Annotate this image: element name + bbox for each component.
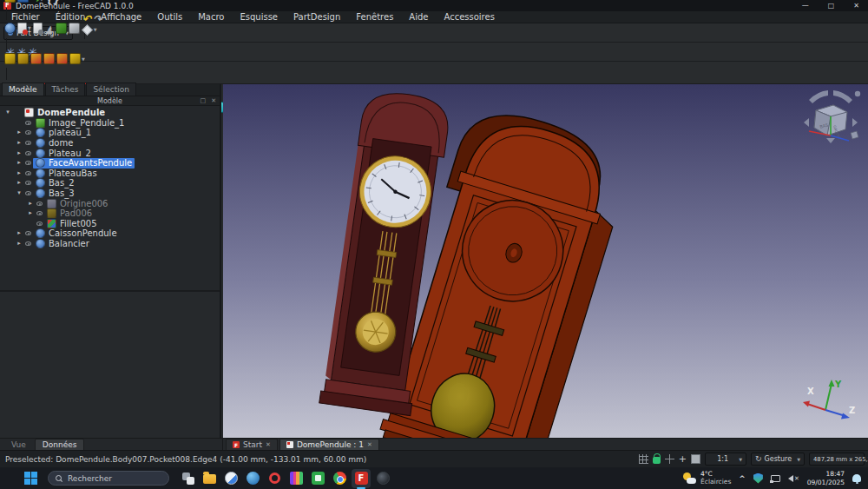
panel-tab-selection[interactable]: Sélection	[86, 83, 135, 96]
additive-primitive-icon[interactable]: ▼	[69, 50, 85, 67]
visibility-icon[interactable]	[23, 151, 33, 155]
visibility-icon[interactable]	[23, 231, 33, 235]
menu-item-partdesign[interactable]: PartDesign	[286, 11, 348, 23]
menu-item-aide[interactable]: Aide	[401, 11, 436, 23]
start-button[interactable]	[24, 472, 37, 485]
menu-item-fenetres[interactable]: Fenêtres	[348, 11, 401, 23]
speaker-muted-icon[interactable]: ✕	[788, 475, 799, 482]
grid-toggle-icon[interactable]	[639, 454, 648, 464]
create-sketch-icon[interactable]: ▼	[17, 20, 31, 36]
clone-icon[interactable]	[69, 20, 80, 36]
freecad-taskbar-icon[interactable]: F	[352, 469, 371, 488]
notification-bell-icon[interactable]	[852, 474, 861, 482]
tree-expander-icon[interactable]: ▸	[26, 210, 35, 216]
green-app-icon[interactable]	[308, 469, 327, 488]
tree-expander-icon[interactable]: ▸	[15, 180, 23, 186]
tree-expander-icon[interactable]: ▸	[15, 241, 23, 247]
navigation-style-selector[interactable]: ↻ Gesture ▼	[751, 453, 805, 466]
blue-sphere-app-icon[interactable]	[243, 469, 262, 488]
tree-item-plateaubas[interactable]: ▸PlateauBas	[0, 169, 220, 179]
visibility-icon[interactable]	[35, 211, 44, 215]
visibility-icon[interactable]	[35, 202, 44, 206]
close-icon[interactable]: ✕	[367, 441, 372, 448]
additive-loft-icon[interactable]	[30, 50, 42, 67]
3d-scene[interactable]	[223, 84, 868, 438]
tree-item-plateau-2[interactable]: ▸Plateau_2	[0, 148, 220, 158]
tree-item-bas-2[interactable]: ▸Bas_2	[0, 178, 220, 188]
search-input[interactable]: Rechercher	[48, 471, 169, 486]
visibility-icon[interactable]	[23, 161, 33, 165]
close-button[interactable]: ✕	[853, 0, 859, 11]
square-indicator-icon[interactable]	[691, 454, 700, 464]
visibility-icon[interactable]	[23, 130, 33, 135]
cast-screen-icon[interactable]	[771, 475, 780, 482]
visibility-icon[interactable]	[23, 141, 33, 145]
tree-item-dome[interactable]: ▸dome	[0, 138, 220, 149]
property-tab-donnees[interactable]: Données	[35, 439, 85, 451]
property-tab-vue[interactable]: Vue	[4, 439, 33, 450]
lock-icon[interactable]	[653, 457, 661, 464]
chrome-icon[interactable]	[330, 469, 349, 488]
tree-item-domependule[interactable]: ▾DomePendule	[0, 108, 220, 118]
expression-icon[interactable]: {}	[45, 0, 60, 8]
snipping-tool-icon[interactable]	[221, 469, 240, 488]
visibility-icon[interactable]	[23, 181, 33, 185]
datum-icon[interactable]: ▼	[82, 22, 97, 38]
tree-expander-icon[interactable]: ▾	[3, 109, 12, 116]
plus-icon[interactable]: +	[679, 454, 687, 464]
tree-item-faceavantspendule[interactable]: ▸FaceAvantsPendule	[0, 158, 220, 169]
visibility-icon[interactable]	[23, 191, 33, 195]
additive-pipe-icon[interactable]	[43, 50, 55, 67]
visibility-icon[interactable]	[23, 171, 33, 175]
security-shield-icon[interactable]	[753, 473, 763, 484]
tree-item-caissonpendule[interactable]: ▸CaissonPendule	[0, 228, 220, 239]
maximize-button[interactable]: □	[828, 0, 835, 11]
tree-expander-icon[interactable]: ▸	[15, 230, 23, 236]
3d-viewport[interactable]: BAS GAUCHE X Y Z	[223, 84, 868, 438]
tree-expander-icon[interactable]: ▾	[15, 190, 23, 196]
link-icon[interactable]: ↪▼	[30, 0, 43, 8]
tree-item-fillet005[interactable]: Fillet005	[0, 219, 220, 229]
visibility-icon[interactable]	[23, 121, 33, 125]
tree-item-plateau-1[interactable]: ▸plateau_1	[0, 128, 220, 138]
create-body-icon[interactable]	[4, 20, 16, 36]
group-icon[interactable]	[17, 0, 29, 6]
visibility-icon[interactable]	[23, 241, 33, 246]
minimize-button[interactable]: —	[802, 0, 809, 11]
mdi-tab-start[interactable]: FStart✕	[226, 439, 278, 450]
tree-expander-icon[interactable]: ▸	[15, 150, 23, 156]
pad-icon[interactable]	[4, 50, 16, 67]
tree-item-image-pendule-1[interactable]: Image_Pendule_1	[0, 118, 220, 129]
additive-helix-icon[interactable]	[56, 50, 68, 67]
map-sketch-icon[interactable]	[56, 20, 67, 36]
revolution-icon[interactable]	[17, 50, 29, 67]
edit-sketch-icon[interactable]	[33, 20, 43, 36]
visibility-icon[interactable]	[35, 221, 44, 226]
navigation-cube[interactable]: BAS GAUCHE	[799, 88, 863, 147]
tree-item-balancier[interactable]: ▸Balancier	[0, 239, 220, 249]
menu-item-accessoires[interactable]: Accessoires	[436, 11, 502, 23]
menu-item-esquisse[interactable]: Esquisse	[232, 11, 286, 23]
tray-overflow-chevron-icon[interactable]: ^	[739, 474, 746, 483]
tree-expander-icon[interactable]: ▸	[15, 129, 23, 135]
weather-widget[interactable]: 4°C Éclaircies	[683, 471, 731, 486]
tree-expander-icon[interactable]: ▸	[15, 170, 23, 176]
opera-icon[interactable]	[265, 469, 284, 488]
tree-expander-icon[interactable]: ▸	[15, 140, 23, 146]
validate-sketch-icon[interactable]: ♟	[44, 22, 54, 38]
mdi-tab-domependule-1[interactable]: DomePendule : 1✕	[279, 439, 379, 450]
dark-circle-app-icon[interactable]	[373, 469, 392, 488]
close-icon[interactable]: ✕	[266, 441, 271, 448]
tree-item-bas-3[interactable]: ▾Bas_3	[0, 188, 220, 199]
part-icon[interactable]	[4, 0, 16, 5]
colorful-bars-app-icon[interactable]	[286, 469, 306, 488]
panel-float-icon[interactable]: □	[201, 96, 207, 106]
panel-tab-taches[interactable]: Tâches	[45, 83, 86, 96]
clock-date-widget[interactable]: 18:47 09/01/2025	[807, 470, 845, 486]
tree-expander-icon[interactable]: ▸	[26, 201, 35, 207]
tree-item-pad006[interactable]: ▸Pad006	[0, 208, 220, 219]
scale-selector[interactable]: 1:1 ▼	[705, 453, 746, 466]
panel-tab-modele[interactable]: Modèle	[2, 83, 44, 96]
panel-close-icon[interactable]: ✕	[211, 96, 216, 106]
crosshair-icon[interactable]	[665, 454, 674, 464]
